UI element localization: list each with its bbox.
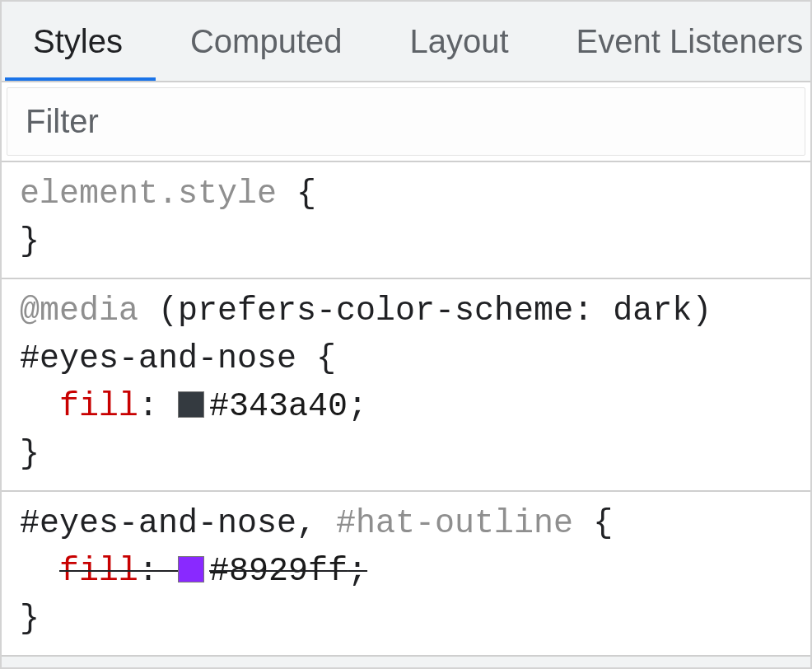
css-declaration[interactable]: fill: #343a40; bbox=[20, 383, 792, 431]
css-property-name: fill bbox=[59, 553, 138, 590]
color-swatch[interactable] bbox=[178, 556, 204, 582]
tab-label: Event Listeners bbox=[576, 23, 804, 60]
brace-close: } bbox=[20, 436, 40, 473]
brace-open: { bbox=[573, 505, 613, 542]
rules-panel: element.style { } @media (prefers-color-… bbox=[2, 162, 810, 657]
css-property-value: #8929ff bbox=[209, 553, 348, 590]
css-property-value: #343a40 bbox=[209, 388, 348, 425]
css-property-name: fill bbox=[59, 388, 138, 425]
tab-label: Layout bbox=[410, 23, 509, 60]
tab-layout[interactable]: Layout bbox=[379, 2, 545, 81]
rule-selector-part: #hat-outline bbox=[336, 505, 573, 542]
media-keyword: @media bbox=[20, 292, 138, 330]
rule-selector: #eyes-and-nose bbox=[20, 340, 296, 377]
color-swatch[interactable] bbox=[178, 391, 204, 418]
tab-event-listeners[interactable]: Event Listeners bbox=[545, 2, 810, 81]
rule-selector: element.style bbox=[20, 175, 277, 213]
tab-label: Computed bbox=[190, 23, 343, 60]
css-declaration[interactable]: fill: #8929ff; bbox=[20, 548, 792, 596]
filter-input[interactable] bbox=[7, 87, 805, 156]
tab-styles[interactable]: Styles bbox=[2, 2, 159, 81]
brace-close: } bbox=[20, 601, 40, 638]
brace-close: } bbox=[20, 223, 40, 260]
style-rule[interactable]: @media (prefers-color-scheme: dark) #eye… bbox=[2, 279, 810, 492]
media-condition: (prefers-color-scheme: dark) bbox=[158, 292, 712, 330]
rule-selector-part: #eyes-and-nose bbox=[20, 505, 296, 542]
tab-label: Styles bbox=[33, 23, 123, 60]
style-rule[interactable]: #eyes-and-nose, #hat-outline { fill: #89… bbox=[2, 492, 810, 657]
tabstrip: Styles Computed Layout Event Listeners bbox=[2, 2, 810, 82]
style-rule[interactable]: element.style { } bbox=[2, 162, 810, 279]
tab-computed[interactable]: Computed bbox=[159, 2, 379, 81]
brace-open: { bbox=[277, 175, 316, 213]
brace-open: { bbox=[296, 340, 336, 377]
filter-row bbox=[2, 82, 810, 162]
